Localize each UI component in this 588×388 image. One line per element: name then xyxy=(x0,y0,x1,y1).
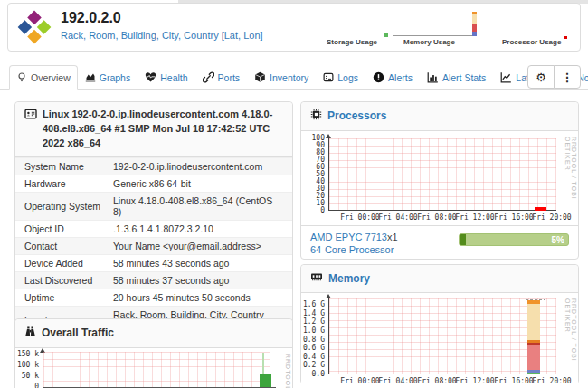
tab-label: Inventory xyxy=(270,72,308,83)
y-tick-label: 100 k xyxy=(15,362,39,369)
traffic-plot xyxy=(43,352,270,388)
y-tick-label: 50 k xyxy=(15,373,39,380)
tab-label: Graphs xyxy=(100,72,130,83)
y-tick-label: 0.0 xyxy=(301,371,325,378)
processor-usage-label: Processor Usage xyxy=(502,38,561,46)
memory-usage-label: Memory Usage xyxy=(403,38,455,46)
rrdtool-watermark: RRDTOOL / TOBI OETIKER xyxy=(564,137,577,225)
y-tick-label: 0.6 G xyxy=(301,345,325,352)
tab-graphs[interactable]: Graphs xyxy=(78,65,138,90)
y-tick-label: 0 xyxy=(301,207,325,214)
bar-chart-icon xyxy=(427,71,439,83)
cpu-description-link[interactable]: 64-Core Processor xyxy=(310,244,394,255)
librenms-device-overview-page: 192.0.2.0 Rack, Room, Building, City, Co… xyxy=(0,0,588,388)
y-tick-label: 0.4 G xyxy=(301,354,325,361)
device-title: 192.0.2.0 xyxy=(61,10,121,26)
table-row: Device Added58 minutes 43 seconds ago xyxy=(15,254,292,271)
gear-icon: ⚙ xyxy=(536,71,546,84)
y-tick-label: 0.8 G xyxy=(301,336,325,344)
device-header-panel: 192.0.2.0 Rack, Room, Building, City, Co… xyxy=(7,3,581,52)
tab-inventory[interactable]: Inventory xyxy=(247,65,316,90)
table-row: Object ID.1.3.6.1.4.1.8072.3.2.10 xyxy=(15,220,292,237)
memory-heading: Memory xyxy=(301,265,578,293)
table-row: System Name192-0-2-0.ip.linodeuserconten… xyxy=(15,157,292,175)
memory-title: Memory xyxy=(328,271,370,287)
y-tick-label: 0 xyxy=(15,383,39,388)
system-info-panel: Linux 192-0-2-0.ip.linodeusercontent.com… xyxy=(14,101,293,355)
memory-ram-icon xyxy=(310,270,323,287)
table-row: ContactYour Name <your@email.address> xyxy=(15,237,292,254)
y-tick-label: 150 k xyxy=(15,351,39,358)
memory-usage-minigraph[interactable] xyxy=(393,35,474,36)
x-tick-label: Fri 04:00 xyxy=(378,378,418,385)
x-tick-label: Fri 16:00 xyxy=(494,378,534,385)
cube-icon xyxy=(254,71,266,83)
x-tick-label: Fri 08:00 xyxy=(417,378,457,385)
y-tick-label: 1.0 G xyxy=(301,327,325,335)
memory-stack-used xyxy=(527,345,540,370)
lightbulb-icon xyxy=(16,71,27,83)
processors-title: Processors xyxy=(327,109,386,124)
storage-usage-label: Storage Usage xyxy=(327,38,377,46)
tab-health[interactable]: Health xyxy=(138,65,194,90)
y-tick-label: 1.6 G xyxy=(301,301,325,308)
system-description: Linux 192-0-2-0.ip.linodeusercontent.com… xyxy=(43,108,283,151)
cpu-count: x1 xyxy=(387,232,398,242)
y-tick-label: 1.2 G xyxy=(301,318,325,326)
tab-action-buttons: ⚙ ⋮ xyxy=(527,65,581,89)
device-more-menu-button[interactable]: ⋮ xyxy=(554,65,581,89)
system-info-heading: Linux 192-0-2-0.ip.linodeusercontent.com… xyxy=(15,102,292,157)
y-tick-label: 1.4 G xyxy=(301,310,325,317)
heartbeat-icon xyxy=(145,71,156,83)
tab-logs[interactable]: Logs xyxy=(316,65,365,90)
cpu-usage-bar xyxy=(535,207,546,211)
memory-stack-other xyxy=(527,373,540,374)
memory-stack-free xyxy=(527,304,540,340)
microchip-icon xyxy=(310,108,322,125)
processors-graph[interactable]: 100 90 80 70 60 50 40 30 20 10 0 Fri 00:… xyxy=(301,131,578,225)
processor-list-row: AMD EPYC 7713 x1 64-Core Processor 5% xyxy=(301,225,578,259)
tab-label: Logs xyxy=(337,72,358,83)
exclamation-circle-icon xyxy=(373,71,384,83)
memory-panel: Memory 1.6 G 1.4 G 1.2 G 1.0 G 0.8 G 0.6… xyxy=(300,264,579,384)
x-tick-label: Fri 12:00 xyxy=(455,378,495,385)
tab-label: Health xyxy=(160,72,187,83)
cpu-usage-progress-fill xyxy=(460,234,466,245)
overall-traffic-panel: Overall Traffic 150 k 100 k 50 k 0 RRDTO… xyxy=(14,318,293,388)
tab-label: Ports xyxy=(218,72,241,83)
x-tick-label: Fri 08:00 xyxy=(417,214,457,222)
table-row: HardwareGeneric x86 64-bit xyxy=(15,175,292,192)
id-card-icon xyxy=(24,108,37,124)
x-tick-label: Fri 16:00 xyxy=(494,214,534,222)
tab-label: Alerts xyxy=(388,72,413,83)
processor-usage-minigraph[interactable] xyxy=(564,36,567,39)
traffic-inbound-bar xyxy=(260,374,271,387)
memory-graph[interactable]: 1.6 G 1.4 G 1.2 G 1.0 G 0.8 G 0.6 G 0.4 … xyxy=(301,293,578,387)
overall-traffic-graph[interactable]: 150 k 100 k 50 k 0 RRDTOOL / TOBI OETIKE… xyxy=(15,348,292,388)
y-tick-label: 0.2 G xyxy=(301,362,325,369)
storage-usage-minigraph[interactable] xyxy=(384,33,388,37)
cpu-usage-percent: 5% xyxy=(552,234,564,246)
tab-alert-stats[interactable]: Alert Stats xyxy=(420,65,493,90)
memory-plot xyxy=(328,298,556,374)
table-row: Uptime20 hours 45 minutes 50 seconds xyxy=(15,289,292,306)
tab-label: Alert Stats xyxy=(442,72,486,83)
terminal-icon xyxy=(323,71,334,83)
kebab-menu-icon: ⋮ xyxy=(562,71,574,84)
device-settings-button[interactable]: ⚙ xyxy=(527,65,555,89)
device-tab-bar: Overview Graphs Health Ports Inventory L… xyxy=(0,65,588,90)
tab-ports[interactable]: Ports xyxy=(195,65,248,90)
cpu-name-link[interactable]: AMD EPYC 7713 xyxy=(310,232,387,242)
tab-alerts[interactable]: Alerts xyxy=(365,65,420,90)
overall-traffic-title: Overall Traffic xyxy=(42,326,114,341)
cpu-plot xyxy=(328,138,556,211)
tab-label: Overview xyxy=(31,72,71,83)
x-tick-label: Fri 00:00 xyxy=(340,214,380,222)
binoculars-icon xyxy=(24,325,36,342)
tab-overview[interactable]: Overview xyxy=(9,65,78,90)
link-icon xyxy=(203,71,214,83)
memory-usage-minigraph-bar xyxy=(472,12,477,36)
x-tick-label: Fri 00:00 xyxy=(340,378,380,385)
line-chart-icon xyxy=(500,71,512,83)
device-location-link[interactable]: Rack, Room, Building, City, Country [Lat… xyxy=(61,30,263,41)
